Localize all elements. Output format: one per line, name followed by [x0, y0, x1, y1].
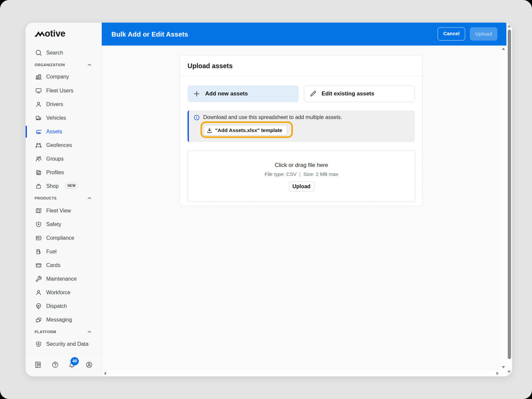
svg-text:otive: otive — [45, 29, 66, 39]
